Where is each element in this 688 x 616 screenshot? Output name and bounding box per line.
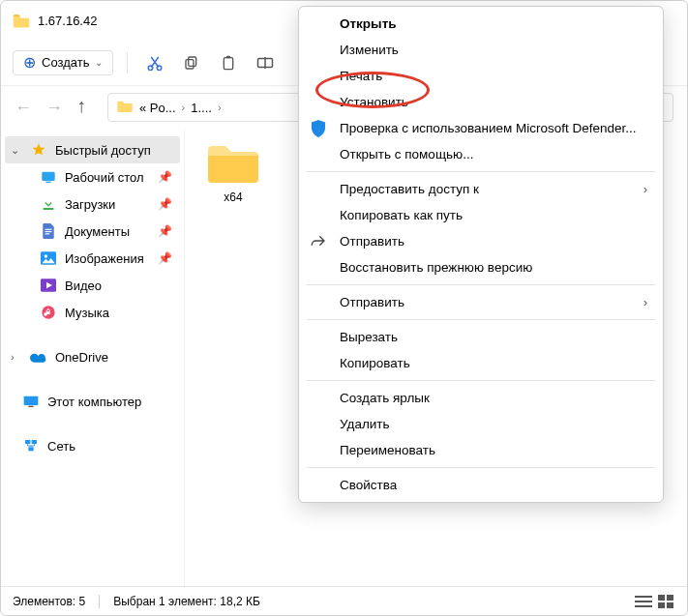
chevron-right-icon: › (11, 351, 22, 363)
svg-rect-29 (667, 602, 673, 608)
pin-icon: 📌 (158, 197, 172, 211)
sidebar-item-videos[interactable]: Видео (5, 272, 180, 299)
sidebar-item-documents[interactable]: Документы 📌 (5, 218, 180, 245)
cloud-icon (30, 348, 47, 366)
svg-rect-9 (45, 182, 50, 183)
toolbar-separator (127, 52, 128, 73)
svg-rect-3 (186, 59, 194, 68)
ctx-separator (307, 467, 655, 468)
svg-point-15 (45, 254, 47, 257)
svg-rect-18 (24, 396, 39, 405)
sidebar-item-label: Музыка (65, 306, 109, 320)
shield-icon (311, 120, 328, 137)
folder-icon (116, 99, 134, 116)
svg-rect-27 (667, 595, 673, 601)
sidebar-item-desktop[interactable]: Рабочий стол 📌 (5, 163, 180, 191)
sidebar-item-network[interactable]: Сеть (5, 432, 180, 459)
svg-rect-21 (32, 440, 37, 444)
ctx-rename[interactable]: Переименовать (299, 437, 663, 463)
sidebar-item-label: OneDrive (55, 350, 108, 365)
cut-icon[interactable] (141, 49, 168, 76)
star-icon (30, 141, 47, 159)
svg-rect-20 (25, 440, 30, 444)
sidebar-item-thispc[interactable]: Этот компьютер (5, 388, 180, 415)
ctx-openwith[interactable]: Открыть с помощью... (299, 141, 663, 167)
paste-icon[interactable] (215, 49, 242, 76)
svg-rect-13 (45, 233, 50, 234)
window-title: 1.67.16.42 (38, 14, 97, 28)
chevron-right-icon: › (643, 295, 647, 309)
ctx-separator (307, 171, 655, 172)
svg-rect-12 (45, 231, 52, 232)
new-button[interactable]: ⊕ Создать ⌄ (13, 50, 113, 75)
ctx-separator (307, 380, 655, 381)
svg-point-0 (149, 66, 154, 71)
sidebar-item-quick-access[interactable]: ⌄ Быстрый доступ (5, 136, 180, 163)
svg-rect-5 (226, 55, 230, 58)
ctx-defender[interactable]: Проверка с использованием Microsoft Defe… (299, 115, 663, 141)
back-button[interactable]: ← (15, 98, 32, 118)
svg-rect-8 (42, 172, 54, 181)
ctx-properties[interactable]: Свойства (299, 472, 663, 498)
svg-rect-25 (635, 605, 652, 607)
ctx-edit[interactable]: Изменить (299, 37, 663, 63)
ctx-giveaccess[interactable]: Предоставить доступ к› (299, 176, 663, 202)
thumbnail-view-icon[interactable] (658, 595, 675, 608)
sidebar: ⌄ Быстрый доступ Рабочий стол 📌 Загрузки… (1, 129, 185, 586)
sidebar-item-label: Видео (65, 279, 102, 293)
copy-icon[interactable] (178, 49, 205, 76)
pictures-icon (40, 249, 57, 267)
ctx-copy[interactable]: Копировать (299, 350, 663, 376)
ctx-restore[interactable]: Восстановить прежнюю версию (299, 254, 663, 280)
sidebar-item-pictures[interactable]: Изображения 📌 (5, 245, 180, 272)
svg-rect-2 (189, 57, 196, 66)
sidebar-item-label: Быстрый доступ (55, 143, 151, 158)
chevron-down-icon: ⌄ (11, 144, 22, 157)
folder-item[interactable]: x64 (194, 142, 272, 204)
breadcrumb-seg-1[interactable]: « Po... (139, 101, 176, 115)
chevron-right-icon: › (643, 182, 647, 196)
forward-button[interactable]: → (45, 98, 63, 118)
pin-icon: 📌 (158, 224, 172, 238)
folder-label: x64 (224, 191, 242, 204)
svg-rect-23 (635, 596, 652, 598)
desktop-icon (40, 168, 57, 186)
sidebar-item-downloads[interactable]: Загрузки 📌 (5, 191, 180, 218)
ctx-open[interactable]: Открыть (299, 11, 663, 37)
pin-icon: 📌 (158, 170, 172, 184)
svg-rect-10 (44, 208, 54, 210)
svg-point-1 (158, 66, 163, 71)
pc-icon (22, 393, 40, 410)
view-toggle (635, 595, 675, 608)
download-icon (40, 195, 57, 213)
ctx-copypath[interactable]: Копировать как путь (299, 202, 663, 228)
document-icon (40, 222, 57, 240)
svg-rect-4 (224, 57, 233, 69)
sidebar-item-label: Документы (65, 224, 130, 239)
svg-rect-24 (635, 601, 652, 602)
music-icon (40, 304, 57, 321)
svg-rect-11 (45, 229, 52, 230)
sidebar-item-label: Рабочий стол (65, 170, 144, 185)
chevron-down-icon: ⌄ (95, 57, 103, 68)
ctx-cut[interactable]: Вырезать (299, 324, 663, 350)
ctx-delete[interactable]: Удалить (299, 411, 663, 437)
up-button[interactable]: ↑ (76, 95, 86, 117)
rename-icon[interactable] (252, 49, 279, 76)
status-separator (99, 595, 100, 608)
plus-icon: ⊕ (23, 55, 36, 71)
video-icon (40, 277, 57, 294)
network-icon (22, 437, 40, 455)
folder-icon (13, 13, 30, 28)
ctx-sendto2[interactable]: Отправить› (299, 289, 663, 315)
svg-rect-26 (658, 595, 665, 601)
ctx-separator (307, 284, 655, 285)
breadcrumb-seg-2[interactable]: 1.... (191, 101, 212, 115)
details-view-icon[interactable] (635, 595, 652, 608)
ctx-sendto[interactable]: Отправить (299, 228, 663, 254)
sidebar-item-onedrive[interactable]: › OneDrive (5, 343, 180, 370)
sidebar-item-music[interactable]: Музыка (5, 299, 180, 326)
ctx-shortcut[interactable]: Создать ярлык (299, 385, 663, 411)
chevron-right-icon: › (218, 102, 222, 113)
sidebar-item-label: Этот компьютер (47, 395, 141, 409)
